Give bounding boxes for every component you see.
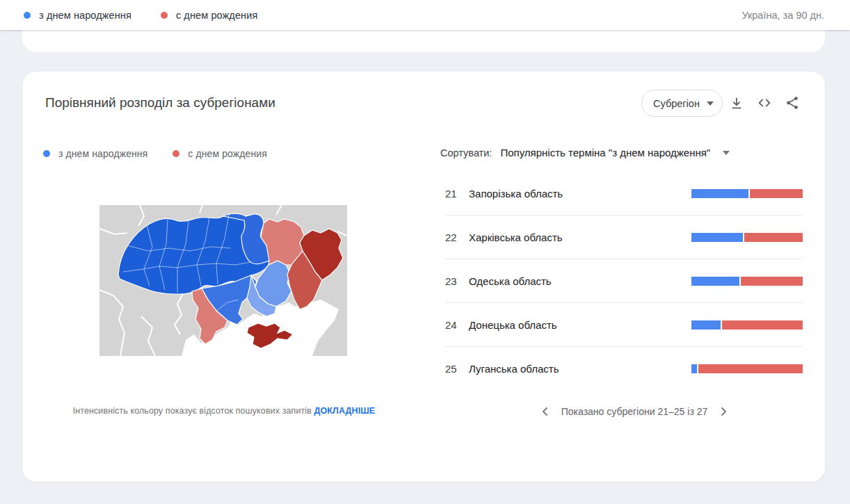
compare-term-2: с днем рождения [161, 10, 257, 21]
subregion-name: Донецька область [469, 319, 557, 331]
embed-button[interactable] [756, 95, 773, 111]
share-button[interactable] [784, 95, 801, 111]
term2-label: с днем рождения [176, 10, 257, 21]
breakdown-level-value: Субрегіон [653, 98, 700, 109]
term2-color-dot-icon [161, 12, 168, 19]
chevron-down-icon [707, 101, 714, 106]
term1-label: з днем народження [39, 10, 131, 21]
previous-card-bottom [22, 30, 825, 52]
chevron-left-icon [540, 407, 550, 416]
list-pagination: Показано субрегіони 21–25 із 27 [537, 403, 732, 421]
term2-share-bar [741, 277, 803, 286]
subregion-row[interactable]: 22 Харківська область [445, 216, 803, 259]
term1-share-bar [691, 189, 748, 198]
rank-number: 25 [445, 363, 462, 375]
pagination-text: Показано субрегіони 21–25 із 27 [561, 406, 708, 417]
term1-share-bar [691, 277, 739, 286]
legend1-color-dot-icon [43, 150, 50, 157]
term1-share-bar [691, 320, 721, 330]
subregion-name: Харківська область [469, 231, 563, 243]
legend-term-1: з днем народження [43, 148, 147, 159]
share-bar [691, 233, 803, 242]
compare-header: з днем народження с днем рождения Україн… [0, 0, 850, 30]
subregion-name: Луганська область [469, 363, 559, 375]
term1-color-dot-icon [24, 12, 31, 19]
map-caption-text: Інтенсивність кольору показує відсоток п… [73, 406, 312, 416]
subregion-breakdown-card: Порівняний розподіл за субрегіонами Субр… [22, 72, 825, 482]
subregion-name: Одеська область [469, 275, 552, 287]
sort-select-value: Популярність терміна "з днем народження" [500, 147, 710, 158]
map-caption: Інтенсивність кольору показує відсоток п… [50, 406, 398, 416]
rank-number: 22 [445, 231, 462, 243]
chevron-right-icon [719, 407, 728, 416]
download-icon [729, 95, 744, 111]
ukraine-choropleth-map[interactable] [99, 205, 347, 356]
subregion-row[interactable]: 24 Донецька область [445, 303, 803, 347]
subregion-row[interactable]: 23 Одеська область [445, 259, 803, 303]
subregion-row[interactable]: 21 Запорізька область [445, 172, 803, 216]
share-bar [691, 277, 803, 286]
card-title: Порівняний розподіл за субрегіонами [45, 95, 275, 111]
download-button[interactable] [728, 95, 745, 111]
legend2-label: с днем рождения [188, 148, 266, 159]
breakdown-level-select[interactable]: Субрегіон [641, 90, 723, 117]
compare-term-1: з днем народження [24, 10, 131, 21]
sort-row: Сортувати: Популярність терміна "з днем … [440, 147, 730, 158]
prev-page-button[interactable] [537, 403, 554, 420]
term1-share-bar [691, 233, 743, 242]
chart-legend: з днем народження с днем рождения [43, 148, 267, 159]
term2-share-bar [698, 364, 803, 373]
subregion-name: Запорізька область [469, 188, 563, 200]
legend-term-2: с днем рождения [173, 148, 266, 159]
share-icon [785, 95, 800, 111]
rank-number: 21 [445, 188, 462, 200]
term2-share-bar [744, 233, 803, 242]
share-bar [691, 364, 803, 373]
map-svg [99, 205, 347, 356]
term2-share-bar [722, 320, 803, 330]
share-bar [691, 189, 803, 198]
card-toolbar [728, 95, 801, 111]
sort-label: Сортувати: [440, 147, 492, 158]
embed-code-icon [757, 95, 772, 111]
scope-summary: Україна, за 90 дн. [741, 10, 824, 21]
rank-number: 24 [445, 319, 462, 331]
subregion-ranking-list: 21 Запорізька область 22 Харківська обла… [445, 172, 803, 391]
learn-more-link[interactable]: ДОКЛАДНІШЕ [314, 406, 375, 416]
chevron-down-icon [723, 151, 730, 155]
legend1-label: з днем народження [58, 148, 147, 159]
legend2-color-dot-icon [173, 150, 179, 157]
subregion-row[interactable]: 25 Луганська область [445, 347, 803, 391]
share-bar [691, 320, 803, 330]
term2-share-bar [750, 189, 803, 198]
next-page-button[interactable] [715, 403, 732, 420]
rank-number: 23 [445, 275, 462, 287]
term1-share-bar [691, 364, 697, 373]
sort-select[interactable]: Популярність терміна "з днем народження" [500, 147, 730, 158]
